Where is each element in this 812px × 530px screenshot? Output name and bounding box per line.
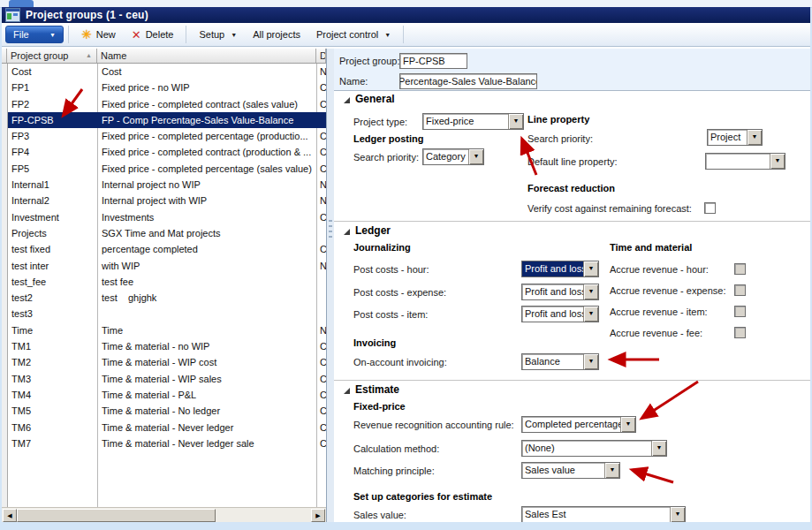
chevron-down-icon[interactable]: ▼ <box>583 261 598 276</box>
table-row[interactable]: TM1Time & material - no WIPC <box>2 338 326 354</box>
all-projects-button[interactable]: All projects <box>245 25 308 44</box>
table-row[interactable]: test2test ghjghk <box>2 290 326 306</box>
sales-value-combo[interactable]: Sales Est▼ <box>521 506 686 522</box>
detail-body: General Project type: Fixed-price▼ Ledge… <box>334 91 810 522</box>
table-row[interactable]: TM4Time & material - P&LC <box>2 387 326 403</box>
table-row[interactable]: TM6Time & material - Never ledgerC <box>2 420 326 435</box>
project-groups-window: Project groups (1 - ceu) File ▼ ✳ New ✕ … <box>0 0 812 530</box>
cell-project-group: Time <box>7 322 97 338</box>
calculation-method-combo[interactable]: (None)▼ <box>521 440 667 457</box>
table-row[interactable]: Internal1Internal project no WIPN <box>2 177 326 193</box>
table-row[interactable]: FP1Fixed price - no WIPC <box>2 80 326 95</box>
accrue-expense-checkbox[interactable] <box>734 284 746 296</box>
default-line-property-combo[interactable]: ▼ <box>705 153 785 170</box>
table-row[interactable]: FP-CPSBFP - Comp Percentage-Sales Value-… <box>2 112 326 128</box>
name-input[interactable]: Percentage-Sales Value-Balance <box>399 73 537 89</box>
table-row[interactable]: TM5Time & material - No ledgerC <box>2 403 326 419</box>
chevron-down-icon[interactable]: ▼ <box>468 149 483 164</box>
cell-name: Time & material - WIP sales <box>97 371 316 387</box>
file-menu-button[interactable]: File ▼ <box>5 26 64 43</box>
table-row[interactable]: TM3Time & material - WIP salesC <box>2 371 326 387</box>
project-groups-grid: Project group ▲ Name D CostCostNFP1Fixed… <box>2 49 327 522</box>
search-priority-right-label: Search priority: <box>527 133 593 144</box>
project-type-combo[interactable]: Fixed-price▼ <box>422 113 524 130</box>
cell-name: Investments <box>97 209 316 225</box>
matching-principle-value: Sales value <box>522 463 604 478</box>
scroll-right-button[interactable]: ▶ <box>311 509 325 522</box>
table-row[interactable]: test3 <box>2 306 326 322</box>
cell-project-group: TM2 <box>7 354 97 370</box>
table-row[interactable]: Internal2Internal project with WIPN <box>2 193 326 208</box>
cell-clipped: C <box>316 403 326 419</box>
chevron-down-icon[interactable]: ▼ <box>651 441 666 456</box>
collapse-triangle-icon[interactable] <box>344 97 350 103</box>
table-row[interactable]: FP4Fixed price - completed contract (pro… <box>2 144 326 160</box>
window-title: Project groups (1 - ceu) <box>26 9 148 21</box>
workspace-tab[interactable] <box>9 0 34 7</box>
collapse-triangle-icon[interactable] <box>344 388 350 394</box>
project-control-menu-button[interactable]: Project control ▼ <box>308 25 398 44</box>
cell-project-group: Projects <box>7 225 97 241</box>
revenue-recognition-value: Completed percentage <box>522 417 620 432</box>
delete-button[interactable]: ✕ Delete <box>124 25 182 44</box>
post-costs-item-combo[interactable]: Profit and loss▼ <box>521 306 599 322</box>
table-row[interactable]: FP2Fixed price - completed contract (sal… <box>2 96 326 112</box>
table-row[interactable]: TM7Time & material - Never ledger saleC <box>2 435 326 451</box>
column-header-label: D <box>320 50 326 61</box>
section-title-estimate: Estimate <box>355 383 399 396</box>
table-row[interactable]: FP3Fixed price - completed percentage (p… <box>2 128 326 144</box>
search-priority-left-value: Category <box>423 149 468 164</box>
column-header-label: Name <box>101 50 126 61</box>
accrue-fee-checkbox[interactable] <box>734 327 746 338</box>
cell-clipped: C <box>316 387 326 403</box>
line-property-header: Line property <box>527 114 589 125</box>
cell-clipped: C <box>316 209 326 225</box>
matching-principle-combo[interactable]: Sales value▼ <box>521 462 620 479</box>
chevron-down-icon[interactable]: ▼ <box>747 130 762 145</box>
verify-cost-checkbox[interactable] <box>704 202 716 214</box>
table-row[interactable]: FP5Fixed price - completed percentage (s… <box>2 161 326 177</box>
table-row[interactable]: test fixedpercentage completedC <box>2 241 326 257</box>
search-priority-right-combo[interactable]: Project▼ <box>707 129 763 146</box>
post-costs-expense-combo[interactable]: Profit and loss▼ <box>521 284 599 300</box>
panel-splitter[interactable] <box>327 49 334 522</box>
column-header-name[interactable]: Name <box>97 49 316 63</box>
chevron-down-icon[interactable]: ▼ <box>670 507 685 522</box>
table-row[interactable]: CostCostN <box>2 64 326 80</box>
horizontal-scrollbar[interactable]: ◀ ▶ <box>2 507 326 522</box>
table-row[interactable]: test_feetest fee <box>2 274 326 290</box>
table-row[interactable]: TM2Time & material - WIP costC <box>2 354 326 370</box>
table-row[interactable]: InvestmentInvestmentsC <box>2 209 326 225</box>
accrue-item-checkbox[interactable] <box>734 306 746 317</box>
revenue-recognition-combo[interactable]: Completed percentage▼ <box>521 416 636 433</box>
setup-menu-button[interactable]: Setup ▼ <box>191 25 245 44</box>
journalizing-header: Journalizing <box>353 242 411 253</box>
cell-clipped: C <box>316 338 326 354</box>
chevron-down-icon[interactable]: ▼ <box>620 417 635 432</box>
toolbar-separator <box>186 26 186 43</box>
post-costs-hour-combo[interactable]: Profit and loss▼ <box>521 261 599 277</box>
chevron-down-icon[interactable]: ▼ <box>770 154 785 169</box>
scroll-left-button[interactable]: ◀ <box>3 509 17 522</box>
chevron-down-icon[interactable]: ▼ <box>583 354 598 369</box>
toolbar-separator <box>403 26 404 43</box>
chevron-down-icon[interactable]: ▼ <box>604 463 619 478</box>
chevron-down-icon[interactable]: ▼ <box>508 114 523 129</box>
new-button[interactable]: ✳ New <box>73 25 124 44</box>
project-group-input[interactable]: FP-CPSB <box>399 53 467 69</box>
chevron-down-icon[interactable]: ▼ <box>583 284 598 299</box>
cell-project-group: TM1 <box>7 338 97 354</box>
scrollbar-thumb[interactable] <box>17 509 216 522</box>
table-row[interactable]: TimeTimeN <box>2 322 326 338</box>
table-row[interactable]: ProjectsSGX Time and Mat projects <box>2 225 326 241</box>
column-header-project-group[interactable]: Project group ▲ <box>7 49 97 63</box>
ledger-posting-header: Ledger posting <box>353 133 423 144</box>
chevron-down-icon[interactable]: ▼ <box>583 307 598 322</box>
accrue-hour-checkbox[interactable] <box>734 263 746 275</box>
table-row[interactable]: test interwith WIPN <box>2 258 326 274</box>
cell-clipped <box>316 306 326 322</box>
collapse-triangle-icon[interactable] <box>344 229 350 235</box>
search-priority-left-combo[interactable]: Category▼ <box>422 148 484 165</box>
on-account-invoicing-combo[interactable]: Balance▼ <box>521 353 599 370</box>
column-header-clipped[interactable]: D <box>316 49 326 63</box>
